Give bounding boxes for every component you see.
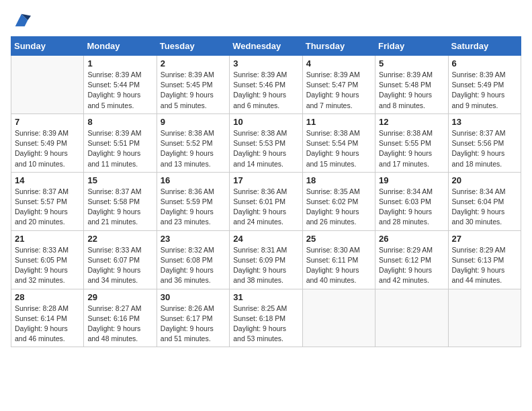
day-number: 3 [233,58,298,68]
day-number: 6 [452,58,517,68]
day-info: Sunrise: 8:25 AMSunset: 6:18 PMDaylight:… [233,304,298,345]
calendar-cell: 17Sunrise: 8:36 AMSunset: 6:01 PMDayligh… [230,172,302,230]
calendar-cell: 7Sunrise: 8:39 AMSunset: 5:49 PMDaylight… [11,113,84,172]
calendar-week-row: 7Sunrise: 8:39 AMSunset: 5:49 PMDaylight… [11,113,521,172]
day-number: 28 [15,292,80,302]
day-info: Sunrise: 8:35 AMSunset: 6:02 PMDaylight:… [306,187,371,228]
day-number: 10 [233,117,298,127]
day-number: 2 [161,58,226,68]
day-info: Sunrise: 8:28 AMSunset: 6:14 PMDaylight:… [15,304,80,345]
calendar-cell: 19Sunrise: 8:34 AMSunset: 6:03 PMDayligh… [375,172,448,230]
day-info: Sunrise: 8:39 AMSunset: 5:45 PMDaylight:… [161,70,226,111]
day-number: 8 [87,117,152,127]
day-info: Sunrise: 8:34 AMSunset: 6:04 PMDaylight:… [452,187,517,228]
calendar-day-header: Monday [84,37,157,56]
calendar-cell: 31Sunrise: 8:25 AMSunset: 6:18 PMDayligh… [230,289,302,347]
calendar-cell: 8Sunrise: 8:39 AMSunset: 5:51 PMDaylight… [84,113,157,172]
calendar-day-header: Sunday [11,37,84,56]
day-info: Sunrise: 8:38 AMSunset: 5:52 PMDaylight:… [161,128,226,169]
day-info: Sunrise: 8:32 AMSunset: 6:08 PMDaylight:… [161,245,226,286]
logo [11,11,31,30]
calendar-cell: 30Sunrise: 8:26 AMSunset: 6:17 PMDayligh… [157,289,229,347]
day-number: 13 [452,117,517,127]
calendar-cell: 2Sunrise: 8:39 AMSunset: 5:45 PMDaylight… [157,56,229,114]
calendar-cell: 1Sunrise: 8:39 AMSunset: 5:44 PMDaylight… [84,56,157,114]
day-info: Sunrise: 8:30 AMSunset: 6:11 PMDaylight:… [306,245,371,286]
day-number: 18 [306,175,371,185]
calendar-cell: 25Sunrise: 8:30 AMSunset: 6:11 PMDayligh… [302,230,375,289]
day-number: 21 [15,234,80,244]
calendar-cell: 21Sunrise: 8:33 AMSunset: 6:05 PMDayligh… [11,230,84,289]
calendar-day-header: Thursday [302,37,375,56]
day-info: Sunrise: 8:31 AMSunset: 6:09 PMDaylight:… [233,245,298,286]
calendar-day-header: Saturday [448,37,521,56]
calendar-cell: 5Sunrise: 8:39 AMSunset: 5:48 PMDaylight… [375,56,448,114]
day-info: Sunrise: 8:39 AMSunset: 5:46 PMDaylight:… [233,70,298,111]
calendar-cell: 12Sunrise: 8:38 AMSunset: 5:55 PMDayligh… [375,113,448,172]
day-info: Sunrise: 8:37 AMSunset: 5:58 PMDaylight:… [87,187,152,228]
day-info: Sunrise: 8:36 AMSunset: 5:59 PMDaylight:… [161,187,226,228]
day-number: 16 [161,175,226,185]
calendar-cell: 27Sunrise: 8:29 AMSunset: 6:13 PMDayligh… [448,230,521,289]
day-number: 12 [379,117,444,127]
day-number: 29 [87,292,152,302]
day-number: 5 [379,58,444,68]
calendar-cell: 15Sunrise: 8:37 AMSunset: 5:58 PMDayligh… [84,172,157,230]
day-number: 11 [306,117,371,127]
day-number: 25 [306,234,371,244]
day-info: Sunrise: 8:39 AMSunset: 5:49 PMDaylight:… [452,70,517,111]
day-info: Sunrise: 8:38 AMSunset: 5:53 PMDaylight:… [233,128,298,169]
day-number: 22 [87,234,152,244]
calendar-cell [448,289,521,347]
calendar-cell [302,289,375,347]
day-info: Sunrise: 8:29 AMSunset: 6:13 PMDaylight:… [452,245,517,286]
calendar-cell: 20Sunrise: 8:34 AMSunset: 6:04 PMDayligh… [448,172,521,230]
day-number: 20 [452,175,517,185]
calendar-cell: 22Sunrise: 8:33 AMSunset: 6:07 PMDayligh… [84,230,157,289]
day-info: Sunrise: 8:27 AMSunset: 6:16 PMDaylight:… [87,304,152,345]
day-info: Sunrise: 8:39 AMSunset: 5:47 PMDaylight:… [306,70,371,111]
page-header [11,11,521,30]
calendar-cell: 18Sunrise: 8:35 AMSunset: 6:02 PMDayligh… [302,172,375,230]
calendar-day-header: Tuesday [157,37,229,56]
calendar-cell: 3Sunrise: 8:39 AMSunset: 5:46 PMDaylight… [230,56,302,114]
calendar-cell: 23Sunrise: 8:32 AMSunset: 6:08 PMDayligh… [157,230,229,289]
day-info: Sunrise: 8:39 AMSunset: 5:51 PMDaylight:… [87,128,152,169]
day-number: 7 [15,117,80,127]
calendar-header-row: SundayMondayTuesdayWednesdayThursdayFrid… [11,37,521,56]
day-number: 4 [306,58,371,68]
day-info: Sunrise: 8:26 AMSunset: 6:17 PMDaylight:… [161,304,226,345]
day-number: 24 [233,234,298,244]
day-info: Sunrise: 8:38 AMSunset: 5:54 PMDaylight:… [306,128,371,169]
day-number: 15 [87,175,152,185]
day-info: Sunrise: 8:39 AMSunset: 5:49 PMDaylight:… [15,128,80,169]
calendar-table: SundayMondayTuesdayWednesdayThursdayFrid… [11,36,521,347]
day-info: Sunrise: 8:39 AMSunset: 5:44 PMDaylight:… [87,70,152,111]
calendar-cell [11,56,84,114]
day-number: 9 [161,117,226,127]
calendar-week-row: 1Sunrise: 8:39 AMSunset: 5:44 PMDaylight… [11,56,521,114]
calendar-cell: 4Sunrise: 8:39 AMSunset: 5:47 PMDaylight… [302,56,375,114]
day-info: Sunrise: 8:33 AMSunset: 6:05 PMDaylight:… [15,245,80,286]
day-number: 27 [452,234,517,244]
day-number: 19 [379,175,444,185]
calendar-cell: 9Sunrise: 8:38 AMSunset: 5:52 PMDaylight… [157,113,229,172]
day-info: Sunrise: 8:37 AMSunset: 5:56 PMDaylight:… [452,128,517,169]
calendar-week-row: 21Sunrise: 8:33 AMSunset: 6:05 PMDayligh… [11,230,521,289]
day-info: Sunrise: 8:39 AMSunset: 5:48 PMDaylight:… [379,70,444,111]
calendar-week-row: 14Sunrise: 8:37 AMSunset: 5:57 PMDayligh… [11,172,521,230]
calendar-day-header: Friday [375,37,448,56]
calendar-cell: 11Sunrise: 8:38 AMSunset: 5:54 PMDayligh… [302,113,375,172]
calendar-cell: 24Sunrise: 8:31 AMSunset: 6:09 PMDayligh… [230,230,302,289]
day-info: Sunrise: 8:37 AMSunset: 5:57 PMDaylight:… [15,187,80,228]
calendar-cell: 13Sunrise: 8:37 AMSunset: 5:56 PMDayligh… [448,113,521,172]
day-number: 1 [87,58,152,68]
calendar-week-row: 28Sunrise: 8:28 AMSunset: 6:14 PMDayligh… [11,289,521,347]
logo-icon [12,11,31,30]
calendar-cell: 29Sunrise: 8:27 AMSunset: 6:16 PMDayligh… [84,289,157,347]
day-info: Sunrise: 8:33 AMSunset: 6:07 PMDaylight:… [87,245,152,286]
calendar-cell: 14Sunrise: 8:37 AMSunset: 5:57 PMDayligh… [11,172,84,230]
day-number: 23 [161,234,226,244]
day-info: Sunrise: 8:38 AMSunset: 5:55 PMDaylight:… [379,128,444,169]
day-number: 17 [233,175,298,185]
